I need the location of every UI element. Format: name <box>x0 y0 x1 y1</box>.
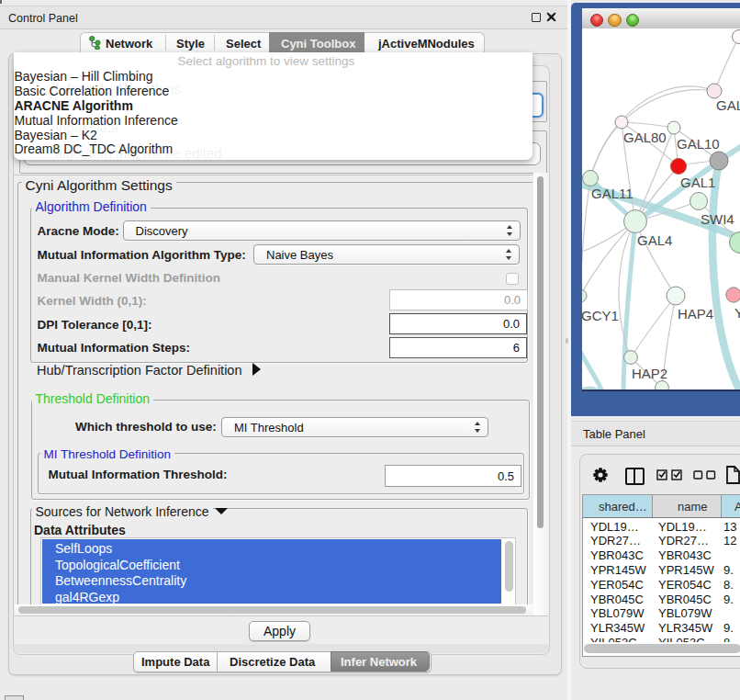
svg-text:GAL7: GAL7 <box>716 97 740 113</box>
svg-text:GAL11: GAL11 <box>591 186 633 201</box>
svg-text:SWI4: SWI4 <box>701 211 734 227</box>
svg-text:GCY1: GCY1 <box>582 308 619 323</box>
svg-text:HAP2: HAP2 <box>632 366 667 381</box>
svg-text:GAL80: GAL80 <box>623 130 667 145</box>
svg-text:GAL1: GAL1 <box>680 175 715 190</box>
svg-text:HAP4: HAP4 <box>678 306 713 322</box>
svg-text:Y: Y <box>734 305 740 321</box>
svg-text:GAL4: GAL4 <box>637 232 672 248</box>
svg-text:GAL10: GAL10 <box>677 136 720 152</box>
